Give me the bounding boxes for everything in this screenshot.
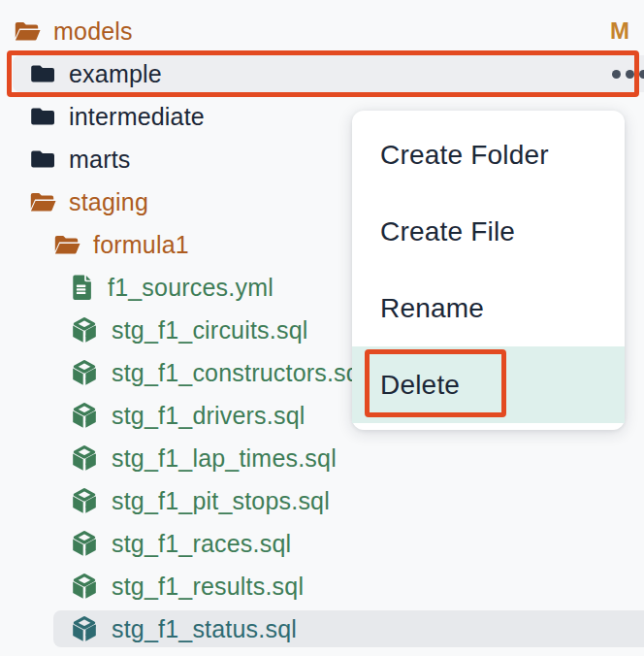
tree-item-label: stg_f1_pit_stops.sql [112,487,330,515]
tree-item-label: example [69,60,162,88]
tree-item-label: marts [69,146,131,174]
folder-closed-icon [29,62,56,85]
tree-item-label: stg_f1_lap_times.sql [112,444,337,473]
context-menu: Create FolderCreate FileRenameDelete [352,111,625,430]
tree-item-stg-f1-results-sql[interactable]: stg_f1_results.sql A [0,565,644,607]
folder-open-icon [53,233,80,256]
tree-item-example[interactable]: example [0,52,644,95]
model-cube-icon [70,358,99,387]
tree-item-stg-f1-lap-times-sql[interactable]: stg_f1_lap_times.sql A [0,437,644,479]
tree-item-label: stg_f1_constructors.sql [112,359,366,387]
tree-item-label: f1_sources.yml [108,274,274,302]
tree-item-label: stg_f1_results.sql [112,573,304,601]
tree-item-label: stg_f1_drivers.sql [112,402,306,430]
model-cube-icon [70,443,99,473]
model-cube-icon [70,614,99,643]
model-cube-icon [70,401,99,430]
tree-item-models[interactable]: models M [0,10,644,52]
context-menu-item-rename[interactable]: Rename [352,270,625,346]
git-status-badge: M [607,17,632,45]
tree-item-label: stg_f1_circuits.sql [112,316,308,344]
context-menu-item-create-folder[interactable]: Create Folder [352,116,625,193]
tree-item-label: formula1 [93,231,189,259]
yaml-file-icon [70,273,95,302]
folder-open-icon [14,19,41,43]
tree-item-stg-f1-pit-stops-sql[interactable]: stg_f1_pit_stops.sql A [0,479,644,522]
tree-item-label: intermediate [69,103,205,131]
ellipsis-menu-icon[interactable] [612,70,644,79]
context-menu-item-delete[interactable]: Delete [352,346,625,423]
model-cube-icon [70,572,99,601]
tree-item-label: stg_f1_races.sql [112,530,291,558]
tree-item-label: staging [69,188,148,216]
context-menu-item-create-file[interactable]: Create File [352,193,625,270]
folder-closed-icon [29,105,56,128]
model-cube-icon [70,529,99,558]
model-cube-icon [70,486,99,515]
folder-closed-icon [29,148,56,171]
tree-item-label: stg_f1_status.sql [112,615,297,643]
tree-item-label: models [53,17,133,46]
folder-open-icon [29,190,56,213]
tree-item-stg-f1-races-sql[interactable]: stg_f1_races.sql A [0,522,644,565]
tree-item-stg-f1-status-sql[interactable]: stg_f1_status.sql A [0,607,644,650]
model-cube-icon [70,315,99,344]
